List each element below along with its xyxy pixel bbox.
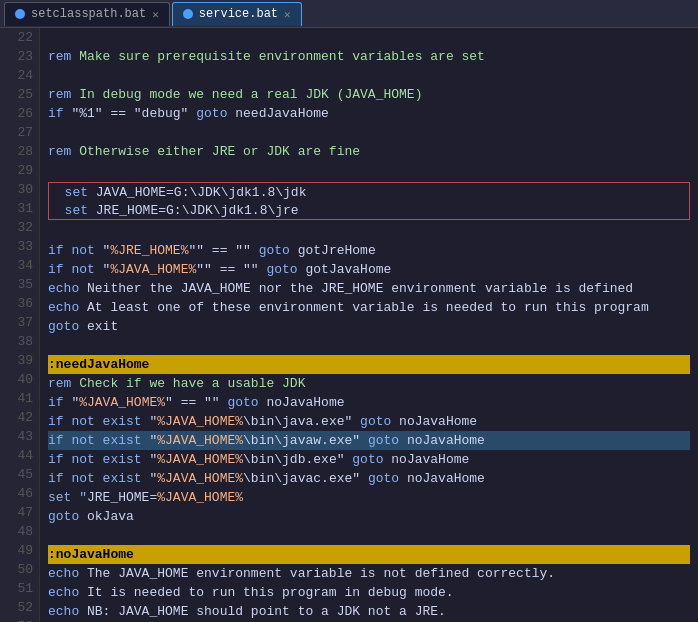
code-line-22 [48, 28, 690, 47]
line-number-30: 30 [6, 180, 33, 199]
code-line-34: if not "%JAVA_HOME%"" == "" goto gotJava… [48, 260, 690, 279]
code-line-23: rem Make sure prerequisite environment v… [48, 47, 690, 66]
tab-bar: setclasspath.bat ✕ service.bat ✕ [0, 0, 698, 28]
code-line-39: :needJavaHome [48, 355, 690, 374]
tab-setclasspath-label: setclasspath.bat [31, 7, 146, 21]
code-line-35: echo Neither the JAVA_HOME nor the JRE_H… [48, 279, 690, 298]
line-number-32: 32 [6, 218, 33, 237]
code-line-49: :noJavaHome [48, 545, 690, 564]
code-line-48 [48, 526, 690, 545]
line-number-22: 22 [6, 28, 33, 47]
tab-setclasspath[interactable]: setclasspath.bat ✕ [4, 2, 170, 26]
code-line-25: rem In debug mode we need a real JDK (JA… [48, 85, 690, 104]
line-numbers: 2223242526272829303132333435363738394041… [0, 28, 40, 622]
code-line-44: if not exist "%JAVA_HOME%\bin\jdb.exe" g… [48, 450, 690, 469]
code-line-51: echo It is needed to run this program in… [48, 583, 690, 602]
line-number-49: 49 [6, 541, 33, 560]
line-number-46: 46 [6, 484, 33, 503]
code-line-38 [48, 336, 690, 355]
code-line-29 [48, 161, 690, 180]
code-line-31: set JRE_HOME=G:\JDK\jdk1.8\jre [48, 201, 690, 220]
code-line-41: if "%JAVA_HOME%" == "" goto noJavaHome [48, 393, 690, 412]
editor: 2223242526272829303132333435363738394041… [0, 28, 698, 622]
line-number-38: 38 [6, 332, 33, 351]
code-line-24 [48, 66, 690, 85]
line-number-31: 31 [6, 199, 33, 218]
line-number-47: 47 [6, 503, 33, 522]
code-line-42: if not exist "%JAVA_HOME%\bin\java.exe" … [48, 412, 690, 431]
line-number-34: 34 [6, 256, 33, 275]
code-line-36: echo At least one of these environment v… [48, 298, 690, 317]
code-line-28: rem Otherwise either JRE or JDK are fine [48, 142, 690, 161]
line-number-41: 41 [6, 389, 33, 408]
code-line-46: set "JRE_HOME=%JAVA_HOME% [48, 488, 690, 507]
code-line-50: echo The JAVA_HOME environment variable … [48, 564, 690, 583]
tab-service[interactable]: service.bat ✕ [172, 2, 302, 26]
line-number-53: 53 [6, 617, 33, 622]
line-number-45: 45 [6, 465, 33, 484]
code-line-52: echo NB: JAVA_HOME should point to a JDK… [48, 602, 690, 621]
line-number-50: 50 [6, 560, 33, 579]
line-number-39: 39 [6, 351, 33, 370]
line-number-33: 33 [6, 237, 33, 256]
tab-setclasspath-close[interactable]: ✕ [152, 8, 159, 21]
line-number-29: 29 [6, 161, 33, 180]
code-line-33: if not "%JRE_HOME%"" == "" goto gotJreHo… [48, 241, 690, 260]
code-line-27 [48, 123, 690, 142]
line-number-36: 36 [6, 294, 33, 313]
line-number-27: 27 [6, 123, 33, 142]
code-line-47: goto okJava [48, 507, 690, 526]
line-number-28: 28 [6, 142, 33, 161]
line-number-37: 37 [6, 313, 33, 332]
code-line-32 [48, 222, 690, 241]
line-number-23: 23 [6, 47, 33, 66]
code-line-43: if not exist "%JAVA_HOME%\bin\javaw.exe"… [48, 431, 690, 450]
line-number-40: 40 [6, 370, 33, 389]
code-line-37: goto exit [48, 317, 690, 336]
code-line-40: rem Check if we have a usable JDK [48, 374, 690, 393]
line-number-42: 42 [6, 408, 33, 427]
code-line-30: set JAVA_HOME=G:\JDK\jdk1.8\jdk [48, 182, 690, 201]
line-number-26: 26 [6, 104, 33, 123]
line-number-25: 25 [6, 85, 33, 104]
tab-setclasspath-icon [15, 9, 25, 19]
code-area[interactable]: rem Make sure prerequisite environment v… [40, 28, 698, 622]
line-number-52: 52 [6, 598, 33, 617]
code-line-26: if "%1" == "debug" goto needJavaHome [48, 104, 690, 123]
tab-service-close[interactable]: ✕ [284, 8, 291, 21]
line-number-48: 48 [6, 522, 33, 541]
line-number-43: 43 [6, 427, 33, 446]
line-number-24: 24 [6, 66, 33, 85]
line-number-51: 51 [6, 579, 33, 598]
line-number-35: 35 [6, 275, 33, 294]
tab-service-label: service.bat [199, 7, 278, 21]
tab-service-icon [183, 9, 193, 19]
code-line-45: if not exist "%JAVA_HOME%\bin\javac.exe"… [48, 469, 690, 488]
line-number-44: 44 [6, 446, 33, 465]
